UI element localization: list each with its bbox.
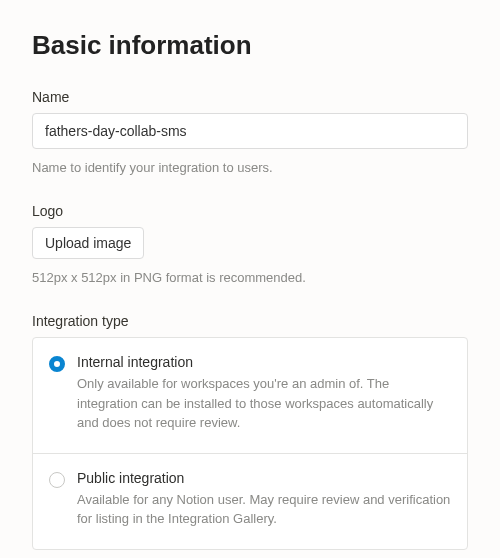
radio-text: Internal integration Only available for … [77,354,451,433]
radio-option-public[interactable]: Public integration Available for any Not… [33,453,467,549]
radio-desc: Only available for workspaces you're an … [77,374,451,433]
name-helper: Name to identify your integration to use… [32,159,468,177]
page-title: Basic information [32,30,468,61]
radio-icon [49,356,65,372]
radio-desc: Available for any Notion user. May requi… [77,490,451,529]
integration-type-label: Integration type [32,313,468,329]
integration-type-field: Integration type Internal integration On… [32,313,468,550]
logo-field: Logo Upload image 512px x 512px in PNG f… [32,203,468,287]
radio-text: Public integration Available for any Not… [77,470,451,529]
radio-option-internal[interactable]: Internal integration Only available for … [33,338,467,453]
radio-title: Internal integration [77,354,451,370]
name-field: Name Name to identify your integration t… [32,89,468,177]
integration-type-radio-group: Internal integration Only available for … [32,337,468,550]
name-label: Name [32,89,468,105]
logo-label: Logo [32,203,468,219]
radio-title: Public integration [77,470,451,486]
radio-icon [49,472,65,488]
upload-image-button[interactable]: Upload image [32,227,144,259]
logo-helper: 512px x 512px in PNG format is recommend… [32,269,468,287]
name-input[interactable] [32,113,468,149]
